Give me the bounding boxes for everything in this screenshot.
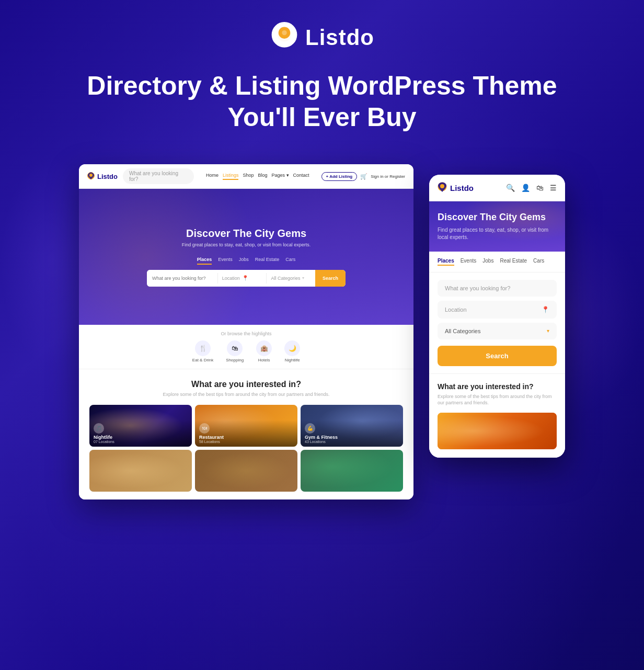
- gym-card-title: Gym & Fitness: [305, 435, 399, 440]
- interest-card-4[interactable]: [89, 450, 192, 492]
- desktop-nav-shop[interactable]: Shop: [243, 173, 254, 180]
- location-text: Location: [222, 276, 240, 281]
- desktop-tab-places[interactable]: Places: [197, 255, 212, 265]
- highlight-nightlife[interactable]: 🌙 Nightlife: [284, 340, 300, 362]
- interest-card-nightlife[interactable]: 🎵 Nightlife 07 Locations: [89, 405, 192, 447]
- interest-card-5[interactable]: [195, 450, 297, 492]
- mobile-hero-content: Discover The City Gems Find great places…: [438, 212, 557, 241]
- hotels-icon: 🏨: [256, 340, 272, 356]
- desktop-nav-search[interactable]: What are you looking for?: [123, 168, 194, 184]
- desktop-logo-pin-icon: [87, 172, 95, 181]
- desktop-nav-brand: Listdo: [97, 173, 118, 180]
- highlight-shopping[interactable]: 🛍 Shopping: [226, 340, 244, 362]
- desktop-screenshot: Listdo What are you looking for? Home Li…: [79, 164, 413, 499]
- highlight-label-nightlife: Nightlife: [285, 358, 300, 362]
- desktop-nav-listings[interactable]: Listings: [223, 173, 239, 180]
- restaurant-overlay: 🍽 Restaurant 58 Locations: [195, 420, 297, 447]
- desktop-search-bar: Location 📍 All Categories ▾ Search: [147, 270, 346, 287]
- svg-point-6: [89, 174, 93, 177]
- highlight-label-hotels: Hotels: [258, 358, 270, 362]
- desktop-nav-home[interactable]: Home: [206, 173, 218, 180]
- svg-point-9: [440, 184, 444, 188]
- screenshots-container: Listdo What are you looking for? Home Li…: [0, 164, 644, 499]
- svg-point-3: [282, 30, 286, 35]
- desktop-interests-title: What are you interested in?: [89, 380, 403, 389]
- hero-title-line1: Directory & Listing WordPress Theme: [87, 71, 557, 100]
- desktop-hero-title: Discover The City Gems: [147, 228, 346, 240]
- mobile-category-select[interactable]: All Categories ▾: [438, 323, 557, 339]
- mobile-nav-icons: 🔍 👤 🛍 ☰: [506, 184, 557, 192]
- logo-pin-icon: [271, 22, 298, 53]
- desktop-tab-events[interactable]: Events: [218, 255, 233, 265]
- desktop-hero: Discover The City Gems Find great places…: [79, 189, 413, 325]
- interest-card-6[interactable]: [301, 450, 403, 492]
- desktop-category-select[interactable]: All Categories ▾: [267, 270, 315, 287]
- location-icon: 📍: [242, 275, 248, 281]
- hero-text: Directory & Listing WordPress Theme You'…: [87, 70, 557, 138]
- desktop-hero-sub: Find great places to stay, eat, shop, or…: [147, 242, 346, 247]
- highlights-label: Or browse the highlights: [79, 331, 413, 336]
- nightlife-card-icon: 🎵: [94, 423, 104, 434]
- nightlife-card-count: 07 Locations: [94, 440, 188, 444]
- mobile-search-form: What are you looking for? Location 📍 All…: [429, 272, 565, 373]
- desktop-nav: Listdo What are you looking for? Home Li…: [79, 164, 413, 189]
- mobile-tabs: Places Events Jobs Real Estate Cars: [429, 252, 565, 272]
- desktop-nav-links: Home Listings Shop Blog Pages ▾ Contact: [199, 173, 316, 180]
- mobile-search-button[interactable]: Search: [438, 346, 557, 366]
- nightlife-card-title: Nightlife: [94, 435, 188, 440]
- logo-container: Listdo: [270, 21, 374, 54]
- desktop-search-input[interactable]: [147, 270, 217, 287]
- desktop-interests-sub: Explore some of the best tips from aroun…: [89, 392, 403, 397]
- mobile-hero: Discover The City Gems Find great places…: [429, 201, 565, 252]
- desktop-nav-logo: Listdo: [87, 172, 118, 181]
- restaurant-card-count: 58 Locations: [199, 440, 293, 444]
- desktop-tabs: Places Events Jobs Real Estate Cars: [147, 255, 346, 265]
- hero-title: Directory & Listing WordPress Theme You'…: [87, 70, 557, 133]
- highlight-label-eat: Eat & Drink: [192, 358, 213, 362]
- desktop-location-input[interactable]: Location 📍: [218, 270, 267, 287]
- mobile-category-image: [438, 413, 557, 449]
- mobile-nav-logo: Listdo: [438, 182, 474, 194]
- signin-button[interactable]: Sign in or Register: [371, 174, 405, 179]
- mobile-chevron-down-icon: ▾: [547, 328, 549, 334]
- highlight-hotels[interactable]: 🏨 Hotels: [256, 340, 272, 362]
- desktop-tab-cars[interactable]: Cars: [285, 255, 295, 265]
- desktop-hero-content: Discover The City Gems Find great places…: [147, 228, 346, 287]
- mobile-tab-realestate[interactable]: Real Estate: [500, 258, 527, 266]
- mobile-tab-jobs[interactable]: Jobs: [482, 258, 493, 266]
- desktop-search-button[interactable]: Search: [315, 270, 346, 287]
- mobile-interests-sub: Explore some of the best tips from aroun…: [438, 393, 557, 406]
- mobile-logo-pin-icon: [438, 182, 447, 194]
- add-listing-button[interactable]: + Add Listing: [321, 172, 358, 181]
- mobile-location-text: Location: [445, 306, 467, 313]
- mobile-cart-icon[interactable]: 🛍: [536, 184, 544, 192]
- desktop-nav-contact[interactable]: Contact: [293, 173, 309, 180]
- desktop-nav-blog[interactable]: Blog: [258, 173, 267, 180]
- mobile-tab-events[interactable]: Events: [461, 258, 477, 266]
- desktop-tab-jobs[interactable]: Jobs: [239, 255, 249, 265]
- mobile-tab-places[interactable]: Places: [438, 258, 454, 266]
- interest-card-gym[interactable]: 💪 Gym & Fitness 43 Locations: [301, 405, 403, 447]
- interests-grid-row2: [89, 450, 403, 492]
- shopping-icon: 🛍: [227, 340, 243, 356]
- nightlife-icon: 🌙: [284, 340, 300, 356]
- mobile-category-text: All Categories: [445, 328, 480, 334]
- mobile-search-icon[interactable]: 🔍: [506, 184, 515, 192]
- interest-card-restaurant[interactable]: 🍽 Restaurant 58 Locations: [195, 405, 297, 447]
- mobile-what-input[interactable]: What are you looking for?: [438, 280, 557, 297]
- interests-grid: 🎵 Nightlife 07 Locations 🍽 Restaurant 58…: [89, 405, 403, 447]
- desktop-tab-realestate[interactable]: Real Estate: [255, 255, 280, 265]
- mobile-tab-cars[interactable]: Cars: [533, 258, 544, 266]
- highlight-eat-drink[interactable]: 🍴 Eat & Drink: [192, 340, 213, 362]
- mobile-user-icon[interactable]: 👤: [521, 184, 530, 192]
- desktop-highlights: Or browse the highlights 🍴 Eat & Drink 🛍…: [79, 325, 413, 369]
- mobile-interests: What are you interested in? Explore some…: [429, 373, 565, 458]
- logo-icon: [270, 21, 299, 54]
- gym-card-count: 43 Locations: [305, 440, 399, 444]
- desktop-nav-pages[interactable]: Pages ▾: [271, 173, 289, 180]
- mobile-location-input[interactable]: Location 📍: [438, 301, 557, 319]
- cart-icon[interactable]: 🛒: [360, 173, 367, 180]
- mobile-menu-icon[interactable]: ☰: [550, 184, 557, 192]
- gym-overlay: 💪 Gym & Fitness 43 Locations: [301, 420, 403, 447]
- nightlife-overlay: 🎵 Nightlife 07 Locations: [89, 420, 192, 447]
